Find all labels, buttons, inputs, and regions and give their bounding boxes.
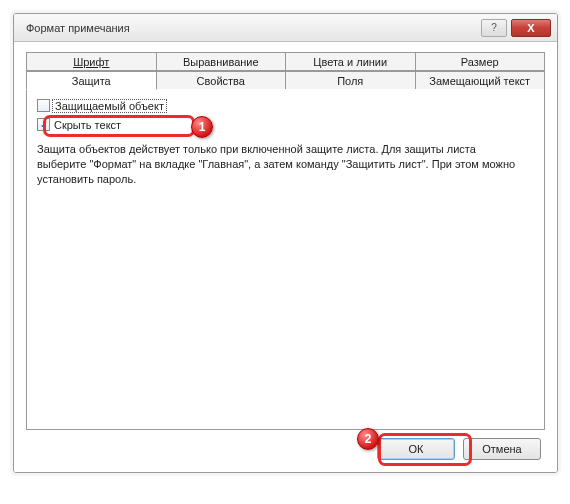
tabs-row-2: Защита Свойства Поля Замещающий текст [26, 71, 545, 90]
tabs-row-1: Шрифт Выравнивание Цвета и линии Размер [26, 52, 545, 71]
lock-object-label: Защищаемый объект [52, 99, 167, 113]
titlebar: Формат примечания ? X [14, 14, 557, 42]
help-button[interactable]: ? [481, 19, 507, 37]
close-button[interactable]: X [511, 19, 551, 37]
ok-button[interactable]: ОК [377, 438, 455, 460]
tab-font[interactable]: Шрифт [26, 52, 157, 71]
tab-properties[interactable]: Свойства [156, 71, 287, 90]
dialog-button-row: ОК Отмена [26, 430, 545, 462]
tab-colors-lines[interactable]: Цвета и линии [285, 52, 416, 71]
cancel-button[interactable]: Отмена [463, 438, 541, 460]
close-icon: X [527, 22, 534, 34]
tab-protection[interactable]: Защита [26, 71, 157, 90]
tab-margins[interactable]: Поля [285, 71, 416, 90]
dialog-window: Формат примечания ? X Шрифт Выравнивание… [13, 13, 558, 473]
lock-object-checkbox[interactable] [37, 99, 50, 112]
hide-text-checkbox[interactable] [37, 118, 50, 131]
hide-text-label: Скрыть текст [54, 119, 121, 131]
tab-alignment[interactable]: Выравнивание [156, 52, 287, 71]
checkbox-row-lock: Защищаемый объект [37, 97, 534, 114]
help-icon: ? [491, 22, 497, 33]
tab-size[interactable]: Размер [415, 52, 546, 71]
tabs-area: Шрифт Выравнивание Цвета и линии Размер … [26, 52, 545, 90]
checkbox-row-hide: Скрыть текст [37, 116, 534, 133]
tab-alt-text[interactable]: Замещающий текст [415, 71, 546, 90]
tab-panel-protection: Защищаемый объект Скрыть текст Защита об… [26, 89, 545, 430]
dialog-content: Шрифт Выравнивание Цвета и линии Размер … [14, 42, 557, 472]
protection-description: Защита объектов действует только при вкл… [37, 142, 534, 187]
window-title: Формат примечания [26, 22, 481, 34]
